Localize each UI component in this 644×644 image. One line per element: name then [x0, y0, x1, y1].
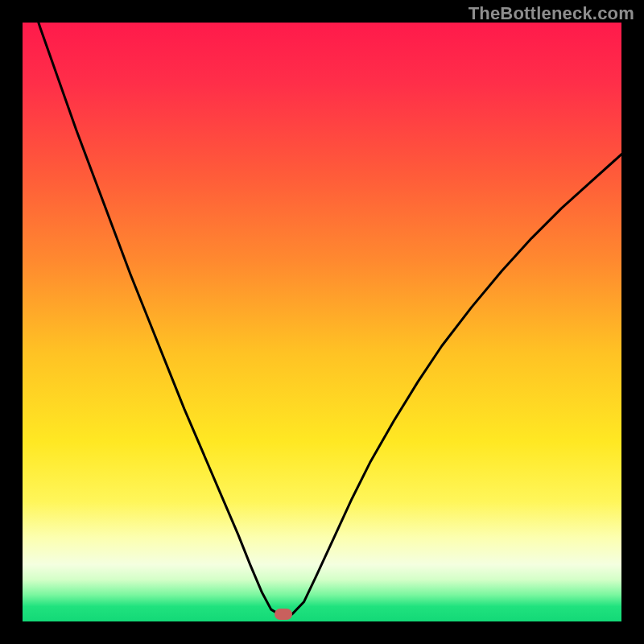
- bottleneck-curve: [23, 23, 621, 621]
- minimum-marker: [275, 609, 292, 620]
- chart-frame: TheBottleneck.com: [0, 0, 644, 644]
- plot-area: [23, 23, 621, 621]
- watermark-text: TheBottleneck.com: [469, 3, 634, 24]
